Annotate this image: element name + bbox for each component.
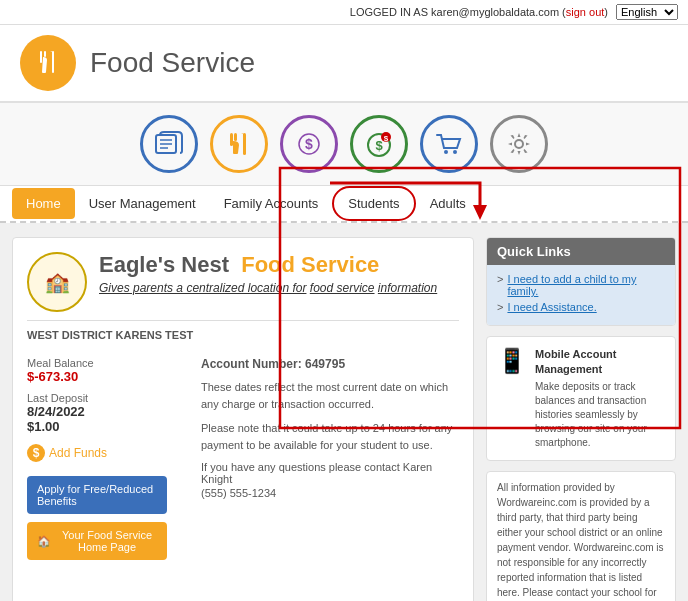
quick-link-add-child[interactable]: I need to add a child to my family.: [507, 273, 665, 297]
free-reduced-button[interactable]: Apply for Free/Reduced Benefits: [27, 476, 167, 514]
top-bar: LOGGED IN AS karen@myglobaldata.com (sig…: [0, 0, 688, 25]
add-funds-button[interactable]: $ Add Funds: [27, 440, 107, 466]
quick-link-assistance[interactable]: I need Assistance.: [507, 301, 596, 313]
main-content: 🏫 Eagle's Nest Food Service Gives parent…: [0, 223, 688, 601]
icon-navigation: $ $ $: [0, 103, 688, 186]
logged-in-text: LOGGED IN AS karen@myglobaldata.com: [350, 6, 559, 18]
nav-home[interactable]: Home: [12, 188, 75, 219]
app-title: Food Service: [90, 47, 255, 79]
settings-nav-icon[interactable]: [490, 115, 548, 173]
quick-links-box: Quick Links > I need to add a child to m…: [486, 237, 676, 326]
school-header: 🏫 Eagle's Nest Food Service Gives parent…: [27, 252, 459, 312]
last-deposit-amount: $1.00: [27, 419, 187, 434]
last-deposit-label: Last Deposit: [27, 392, 187, 404]
dollar-circle-icon: $: [27, 444, 45, 462]
nav-adults[interactable]: Adults: [416, 188, 480, 219]
district-name: WEST DISTRICT KARENS TEST: [27, 320, 459, 341]
language-select[interactable]: English Spanish: [616, 4, 678, 20]
school-info: Eagle's Nest Food Service Gives parents …: [99, 252, 437, 295]
dollar-nav-icon[interactable]: $: [280, 115, 338, 173]
svg-text:$: $: [384, 134, 389, 143]
cart-nav-icon[interactable]: [420, 115, 478, 173]
svg-text:$: $: [375, 138, 383, 153]
nav-family-accounts[interactable]: Family Accounts: [210, 188, 333, 219]
disclaimer-box: All information provided by Wordwareinc.…: [486, 471, 676, 601]
meal-balance-label: Meal Balance: [27, 357, 187, 369]
nav-students[interactable]: Students: [332, 186, 415, 221]
balance-column: Meal Balance $-673.30 Last Deposit 8/24/…: [27, 349, 187, 560]
school-name: Eagle's Nest Food Service: [99, 252, 437, 278]
book-wallet-nav-icon[interactable]: [140, 115, 198, 173]
quick-link-1: > I need to add a child to my family.: [497, 273, 665, 297]
account-details: Meal Balance $-673.30 Last Deposit 8/24/…: [27, 349, 459, 560]
home-page-button[interactable]: 🏠 Your Food Service Home Page: [27, 522, 167, 560]
school-tagline: Gives parents a centralized location for…: [99, 281, 437, 295]
sign-out-link[interactable]: sign out: [566, 6, 605, 18]
mobile-phone-icon: 📱: [497, 347, 527, 375]
nav-user-management[interactable]: User Management: [75, 188, 210, 219]
svg-text:$: $: [305, 136, 313, 152]
svg-point-18: [515, 140, 523, 148]
quick-link-2: > I need Assistance.: [497, 301, 665, 313]
svg-rect-0: [40, 51, 42, 63]
left-panel: 🏫 Eagle's Nest Food Service Gives parent…: [12, 237, 474, 601]
svg-rect-7: [230, 133, 233, 146]
info-paragraph-1: These dates reflect the most current dat…: [201, 379, 459, 412]
food-service-nav-icon[interactable]: [210, 115, 268, 173]
info-column: Account Number: 649795 These dates refle…: [201, 349, 459, 560]
last-deposit-date: 8/24/2022: [27, 404, 187, 419]
svg-point-16: [444, 150, 448, 154]
info-paragraph-2: Please note that it could take up to 24 …: [201, 420, 459, 453]
contact-phone: (555) 555-1234: [201, 487, 459, 499]
svg-rect-1: [44, 51, 46, 57]
svg-rect-8: [234, 133, 237, 141]
app-logo: [20, 35, 76, 91]
svg-point-17: [453, 150, 457, 154]
contact-name: If you have any questions please contact…: [201, 461, 459, 485]
quick-links-body: > I need to add a child to my family. > …: [487, 265, 675, 325]
text-navigation: Home User Management Family Accounts Stu…: [0, 186, 688, 223]
fork-knife-icon: [33, 48, 63, 78]
quick-links-header: Quick Links: [487, 238, 675, 265]
account-number: Account Number: 649795: [201, 357, 459, 371]
arrow-icon-2: >: [497, 301, 503, 313]
home-icon: 🏠: [37, 535, 51, 548]
right-panel: Quick Links > I need to add a child to m…: [486, 237, 676, 601]
arrow-icon-1: >: [497, 273, 503, 285]
mobile-management-box: 📱 Mobile Account Management Make deposit…: [486, 336, 676, 461]
payment-nav-icon[interactable]: $ $: [350, 115, 408, 173]
school-seal: 🏫: [27, 252, 87, 312]
app-header: Food Service: [0, 25, 688, 103]
meal-balance-value: $-673.30: [27, 369, 187, 384]
mobile-management-text: Mobile Account Management Make deposits …: [535, 347, 665, 450]
